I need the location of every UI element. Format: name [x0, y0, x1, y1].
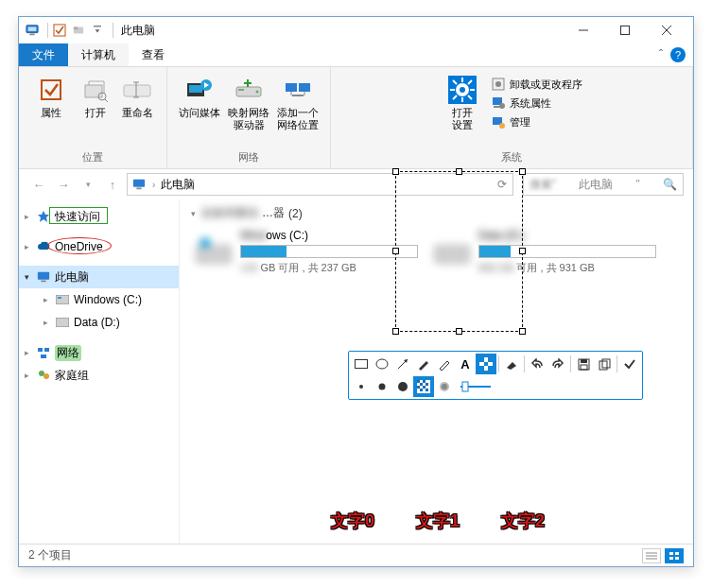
tree-quick-access[interactable]: ▸ 快速访问: [19, 205, 179, 228]
svg-rect-71: [488, 366, 493, 371]
close-button[interactable]: [646, 17, 687, 43]
tool-ellipse-button[interactable]: [372, 354, 392, 374]
tool-arrow-button[interactable]: [392, 354, 413, 374]
chevron-right-icon[interactable]: ▸: [43, 295, 55, 304]
tree-drive-d[interactable]: ▸ Data (D:): [19, 311, 179, 334]
tab-computer[interactable]: 计算机: [68, 43, 129, 66]
tool-eraser-button[interactable]: [501, 354, 522, 374]
properties-button[interactable]: 属性: [26, 71, 76, 119]
slider-button[interactable]: [455, 376, 496, 397]
forward-button[interactable]: →: [53, 174, 74, 195]
tree-label: 家庭组: [55, 368, 89, 384]
manage-button[interactable]: 管理: [487, 112, 586, 131]
svg-rect-99: [675, 557, 679, 560]
tab-file[interactable]: 文件: [19, 43, 68, 66]
media-button[interactable]: 访问媒体: [175, 71, 224, 119]
svg-rect-98: [669, 557, 673, 560]
chevron-right-icon[interactable]: ▸: [43, 318, 55, 327]
size-medium-button[interactable]: [372, 376, 392, 397]
svg-rect-54: [56, 318, 69, 327]
maximize-button[interactable]: [604, 17, 646, 43]
tree-this-pc[interactable]: ▾ 此电脑: [19, 266, 179, 288]
back-button[interactable]: ←: [28, 174, 49, 195]
undo-button[interactable]: [527, 354, 547, 374]
properties-label: 属性: [41, 107, 61, 119]
tool-mosaic-button[interactable]: [476, 354, 496, 374]
svg-rect-69: [484, 362, 488, 366]
svg-rect-27: [292, 95, 304, 96]
chevron-right-icon[interactable]: ▸: [25, 371, 36, 380]
ribbon-body: 属性 打开 重命名 位置 访问媒体: [19, 67, 693, 169]
tool-pen-button[interactable]: [413, 354, 434, 374]
ribbon-collapse-icon[interactable]: ˆ: [659, 48, 663, 61]
tree-homegroup[interactable]: ▸ 家庭组: [19, 364, 179, 387]
manage-label: 管理: [510, 115, 530, 130]
view-tiles-button[interactable]: [665, 548, 684, 563]
svg-rect-96: [669, 552, 673, 555]
drive-c[interactable]: Windows (C:) 128 GB 可用 , 共 237 GB: [191, 229, 418, 275]
mapdrive-button[interactable]: 映射网络 驱动器: [224, 71, 273, 131]
annotation-text-1: 文字1: [416, 510, 460, 532]
breadcrumb[interactable]: 此电脑: [161, 177, 195, 193]
copy-button[interactable]: [594, 354, 615, 374]
tree-label: Windows (C:): [74, 293, 142, 306]
tool-text-button[interactable]: A: [455, 354, 476, 374]
help-icon[interactable]: ?: [670, 47, 686, 62]
selection-rect[interactable]: [395, 171, 523, 332]
svg-rect-82: [423, 380, 425, 383]
search-input[interactable]: 搜索" 此电脑 " 🔍: [523, 173, 684, 196]
svg-point-24: [256, 91, 259, 94]
homegroup-icon: [36, 368, 51, 383]
svg-rect-1: [28, 27, 37, 31]
svg-rect-12: [85, 85, 102, 97]
media-label: 访问媒体: [179, 107, 220, 119]
style-mosaic-button[interactable]: [413, 376, 434, 397]
chevron-down-icon: ▾: [191, 209, 196, 218]
separator-icon: [524, 355, 525, 372]
open-settings-button[interactable]: 打开 设置: [438, 71, 487, 131]
search-icon: 🔍: [663, 178, 677, 191]
folder-icon[interactable]: [71, 23, 86, 38]
redo-button[interactable]: [547, 354, 568, 374]
minimize-button[interactable]: [563, 17, 604, 43]
separator-icon: [498, 355, 499, 372]
tree-network[interactable]: ▸ 网络: [19, 341, 179, 364]
svg-rect-57: [41, 355, 46, 358]
addloc-button[interactable]: 添加一个 网络位置: [273, 71, 322, 131]
confirm-button[interactable]: [619, 354, 640, 374]
view-details-button[interactable]: [642, 548, 661, 563]
svg-rect-2: [29, 34, 34, 36]
tree-onedrive[interactable]: ▸ OneDrive: [19, 235, 179, 258]
tree-drive-c[interactable]: ▸ Windows (C:): [19, 288, 179, 311]
tab-view[interactable]: 查看: [129, 43, 178, 66]
recent-button[interactable]: ▾: [78, 174, 98, 195]
statusbar: 2 个项目: [19, 544, 693, 566]
size-large-button[interactable]: [392, 376, 413, 397]
svg-rect-50: [38, 272, 49, 280]
chevron-right-icon[interactable]: ▸: [25, 242, 36, 251]
size-small-button[interactable]: [351, 376, 372, 397]
tool-highlighter-button[interactable]: [434, 354, 455, 374]
svg-rect-25: [286, 83, 297, 92]
svg-rect-74: [581, 365, 587, 370]
chevron-right-icon[interactable]: ▸: [25, 348, 36, 357]
pc-icon: [25, 23, 40, 38]
open-button[interactable]: 打开: [76, 71, 115, 119]
uninstall-button[interactable]: 卸载或更改程序: [487, 75, 586, 94]
checkbox-icon[interactable]: [52, 23, 67, 38]
open-label: 打开: [85, 107, 106, 119]
chevron-down-icon[interactable]: ▾: [25, 272, 36, 282]
chevron-right-icon[interactable]: ▸: [25, 212, 36, 221]
save-button[interactable]: [573, 354, 594, 374]
rename-button[interactable]: 重命名: [115, 71, 159, 119]
sysprops-button[interactable]: 系统属性: [487, 94, 586, 112]
tool-rect-button[interactable]: [351, 354, 372, 374]
style-blur-button[interactable]: [434, 376, 455, 397]
properties-icon: [36, 75, 66, 105]
svg-point-78: [379, 384, 386, 390]
up-button[interactable]: ↑: [102, 174, 123, 195]
qa-dropdown-icon[interactable]: [90, 23, 105, 38]
svg-rect-85: [417, 386, 420, 389]
svg-rect-55: [38, 348, 43, 352]
group-count: (2): [288, 207, 303, 220]
